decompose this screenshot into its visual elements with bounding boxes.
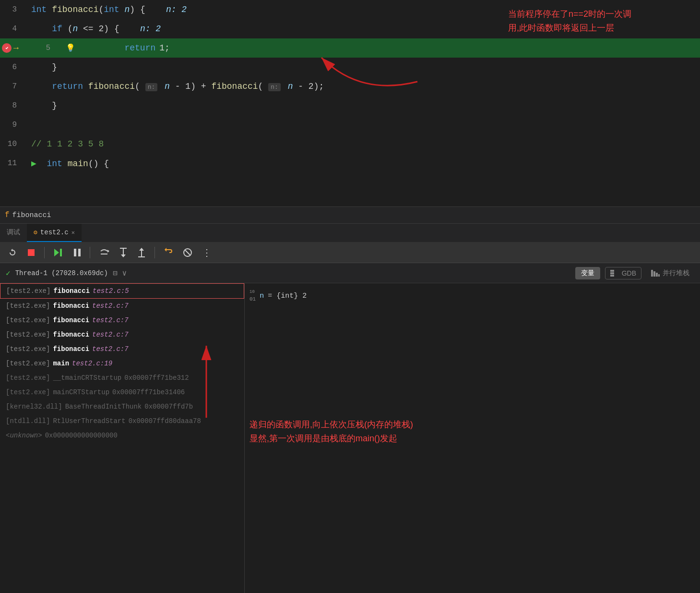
svg-rect-21 — [656, 273, 658, 277]
continue-button[interactable] — [50, 246, 67, 259]
callstack-item-6[interactable]: [test2.exe] __tmainCRTStartup 0x00007ff7… — [0, 371, 244, 385]
svg-rect-16 — [610, 270, 614, 272]
thread-bar: ✓ Thread-1 (27028.0x69dc) ⊟ ∨ 变量 GDB 并行堆… — [0, 263, 700, 283]
tab-bar: 调试 ⚙ test2.c ✕ — [0, 224, 700, 242]
svg-rect-18 — [610, 275, 614, 277]
code-line-6: 6 } — [0, 58, 700, 77]
callstack-exe-9: [ntdll.dll] — [6, 417, 50, 425]
callstack-item-8[interactable]: [kernel32.dll] BaseThreadInitThunk 0x000… — [0, 399, 244, 414]
line-number-9: 9 — [0, 121, 26, 129]
tab-test2c[interactable]: ⚙ test2.c ✕ — [27, 224, 82, 242]
breakpoint-icon — [2, 43, 12, 53]
file-type-icon: f — [5, 211, 10, 219]
callstack-func-8: BaseThreadInitThunk — [65, 403, 142, 411]
callstack-item-2[interactable]: [test2.exe] fibonacci test2.c:7 — [0, 313, 244, 327]
variables-panel: 1001 n = {int} 2 — [245, 283, 700, 593]
callstack-item-9[interactable]: [ntdll.dll] RtlUserThreadStart 0x00007ff… — [0, 414, 244, 428]
code-line-7: 7 return fibonacci( n: n - 1) + fibonacc… — [0, 77, 700, 96]
callstack-loc-8: 0x00007ffd7b — [144, 403, 193, 411]
line-content-11: ▶ int main() { — [26, 158, 700, 169]
line-content-10: // 1 1 2 3 5 8 — [26, 139, 700, 149]
line-content-5: 💡 return 1; — [60, 43, 700, 53]
line-number-11: 11 — [0, 159, 26, 168]
callstack-func-5: main — [53, 360, 69, 367]
next-line-arrow: → — [13, 43, 19, 53]
svg-marker-9 — [121, 254, 126, 257]
line-number-8: 8 — [0, 101, 26, 110]
tab-close-button[interactable]: ✕ — [71, 229, 75, 236]
dropdown-icon[interactable]: ∨ — [122, 268, 127, 278]
toolbar-sep-3 — [154, 247, 155, 258]
tab-file-icon: ⚙ — [34, 229, 37, 236]
callstack-exe-8: [kernel32.dll] — [6, 403, 62, 411]
callstack-func-7: mainCRTStartup — [53, 388, 109, 396]
callstack-loc-7: 0x00007ff71be31406 — [112, 388, 185, 396]
line-number-4: 4 — [0, 24, 26, 33]
step-over-button[interactable] — [96, 246, 112, 259]
svg-marker-2 — [54, 249, 59, 256]
restart-button[interactable] — [5, 246, 20, 259]
callstack-item-7[interactable]: [test2.exe] mainCRTStartup 0x00007ff71be… — [0, 385, 244, 399]
restart-frame-button[interactable] — [161, 246, 176, 259]
code-line-8: 8 } — [0, 96, 700, 115]
code-line-10: 10 // 1 1 2 3 5 8 — [0, 134, 700, 154]
callstack-func-9: RtlUserThreadStart — [53, 417, 125, 425]
variable-button[interactable]: 变量 — [575, 267, 600, 279]
callstack-item-10[interactable]: <unknown> 0x0000000000000000 — [0, 428, 244, 443]
pause-button[interactable] — [71, 246, 84, 259]
variable-name-n: n — [260, 292, 264, 300]
callstack-loc-2: test2.c:7 — [92, 316, 129, 324]
disconnect-button[interactable] — [180, 246, 195, 259]
more-button[interactable]: ⋮ — [199, 245, 215, 260]
callstack-exe-0: [test2.exe] — [6, 287, 50, 295]
tab-debug-label: 调试 — [7, 228, 20, 237]
callstack-loc-10: 0x0000000000000000 — [45, 432, 118, 439]
tab-test2c-label: test2.c — [40, 229, 69, 236]
callstack-panel: [test2.exe] fibonacci test2.c:5 [test2.e… — [0, 283, 245, 593]
callstack-func-2: fibonacci — [53, 316, 89, 324]
callstack-exe-5: [test2.exe] — [6, 360, 50, 367]
callstack-func-3: fibonacci — [53, 331, 89, 339]
callstack-exe-10: <unknown> — [6, 432, 42, 439]
callstack-item-1[interactable]: [test2.exe] fibonacci test2.c:7 — [0, 299, 244, 313]
variable-value-n: = {int} 2 — [268, 292, 307, 300]
code-editor: 3 int fibonacci(int n) { n: 2 4 if (n <=… — [0, 0, 700, 206]
callstack-item-5[interactable]: [test2.exe] main test2.c:19 — [0, 356, 244, 371]
code-line-4: 4 if (n <= 2) { n: 2 — [0, 19, 700, 38]
parallel-stack-button[interactable]: 并行堆栈 — [646, 267, 694, 279]
callstack-exe-7: [test2.exe] — [6, 388, 50, 396]
callstack-func-6: __tmainCRTStartup — [53, 374, 121, 382]
svg-marker-6 — [107, 250, 109, 253]
callstack-exe-2: [test2.exe] — [6, 316, 50, 324]
debug-toolbar: ⋮ — [0, 242, 700, 263]
callstack-item-0[interactable]: [test2.exe] fibonacci test2.c:5 — [0, 283, 244, 299]
variable-entry-n: 1001 n = {int} 2 — [249, 288, 695, 304]
svg-rect-4 — [74, 249, 76, 256]
main-content-area: [test2.exe] fibonacci test2.c:5 [test2.e… — [0, 283, 700, 593]
svg-rect-22 — [658, 274, 660, 277]
callstack-item-4[interactable]: [test2.exe] fibonacci test2.c:7 — [0, 342, 244, 356]
svg-marker-12 — [139, 248, 144, 251]
tab-debug[interactable]: 调试 — [0, 224, 27, 242]
callstack-func-4: fibonacci — [53, 345, 89, 353]
callstack-loc-1: test2.c:7 — [92, 302, 129, 310]
callstack-loc-4: test2.c:7 — [92, 345, 129, 353]
gdb-button[interactable]: GDB — [605, 267, 641, 279]
bulb-icon: 💡 — [66, 43, 75, 53]
callstack-item-3[interactable]: [test2.exe] fibonacci test2.c:7 — [0, 327, 244, 342]
callstack-func-0: fibonacci — [53, 287, 90, 295]
step-into-button[interactable] — [116, 246, 131, 259]
file-header-name: fibonacci — [12, 211, 51, 219]
stop-button[interactable] — [24, 246, 38, 259]
svg-rect-20 — [653, 271, 655, 277]
callstack-loc-3: test2.c:7 — [92, 331, 129, 339]
callstack-loc-5: test2.c:19 — [72, 360, 112, 367]
line-number-10: 10 — [0, 140, 26, 148]
callstack-exe-1: [test2.exe] — [6, 302, 50, 310]
step-out-button[interactable] — [134, 246, 149, 259]
svg-rect-17 — [610, 272, 614, 274]
code-line-5: → 5 💡 return 1; — [0, 38, 700, 58]
line-content-4: if (n <= 2) { n: 2 — [26, 24, 700, 34]
svg-rect-1 — [28, 249, 35, 256]
filter-icon[interactable]: ⊟ — [113, 268, 118, 278]
